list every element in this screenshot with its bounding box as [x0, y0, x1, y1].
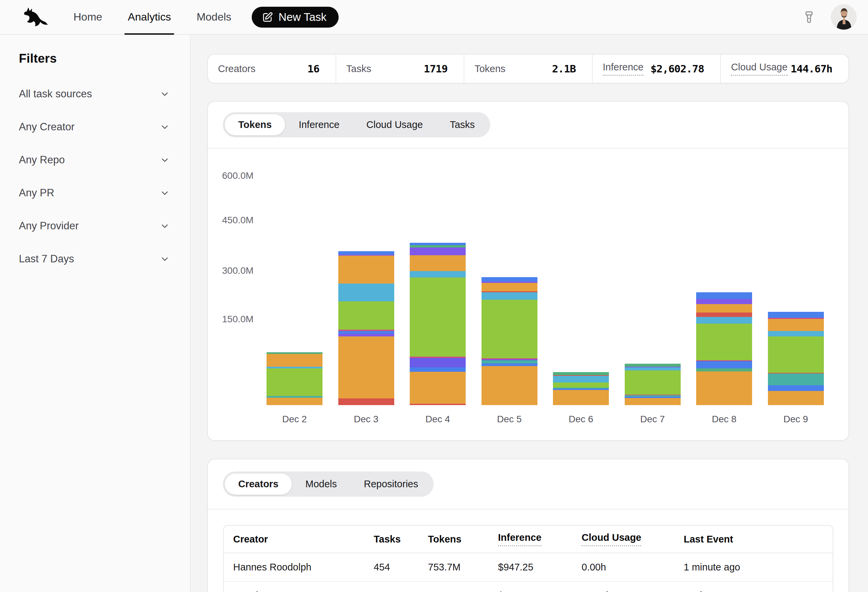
stat-label: Tokens	[474, 63, 505, 74]
bar-segment-blue[interactable]	[338, 331, 394, 334]
nav-right	[802, 4, 868, 30]
table-cell-creator: Rooviewer	[233, 590, 374, 592]
chart-tab[interactable]: Cloud Usage	[353, 114, 436, 135]
bar-segment-green[interactable]	[768, 336, 824, 373]
stat-value: $2,602.78	[650, 63, 704, 75]
bar-segment-orange[interactable]	[338, 336, 394, 398]
chevron-down-icon	[160, 221, 170, 231]
bar-dec-3[interactable]	[338, 251, 394, 405]
filter-dropdown[interactable]: Last 7 Days	[19, 250, 170, 268]
bar-dec-8[interactable]	[696, 292, 752, 405]
bar-segment-orange[interactable]	[481, 366, 537, 405]
filter-dropdown[interactable]: Any Creator	[19, 118, 170, 136]
bar-segment-orange[interactable]	[696, 371, 752, 405]
bar-segment-orange[interactable]	[625, 398, 681, 405]
bar-dec-2[interactable]	[267, 352, 322, 405]
filters-sidebar: Filters All task sources Any Creator Any…	[0, 35, 191, 592]
bar-segment-skyblue[interactable]	[481, 292, 537, 300]
flashlight-icon[interactable]	[802, 10, 816, 24]
table-row[interactable]: Hannes Roodolph454753.7M$947.250.00h1 mi…	[224, 553, 833, 581]
bar-segment-indigo[interactable]	[410, 358, 466, 367]
bar-dec-5[interactable]	[481, 277, 537, 405]
table-tab[interactable]: Models	[292, 473, 350, 495]
bar-segment-blue[interactable]	[696, 361, 752, 368]
bar-dec-7[interactable]	[625, 364, 681, 405]
stat-label[interactable]: Cloud Usage	[731, 62, 787, 76]
bar-dec-9[interactable]	[768, 312, 824, 405]
bar-dec-6[interactable]	[553, 372, 609, 405]
bar-segment-red[interactable]	[410, 404, 466, 405]
table-section: Creator Tasks Tokens Inference Cloud Usa…	[208, 510, 849, 592]
bar-segment-seagreen[interactable]	[625, 364, 681, 367]
edit-pencil-square-icon	[262, 12, 273, 23]
bar-segment-blue[interactable]	[410, 243, 466, 245]
bar-segment-red[interactable]	[696, 312, 752, 317]
x-axis-label: Dec 2	[258, 414, 331, 425]
bar-segment-teal[interactable]	[481, 360, 537, 364]
bar-segment-skyblue[interactable]	[625, 367, 681, 371]
filter-dropdown[interactable]: All task sources	[19, 85, 170, 103]
stat-cell: Tasks 1719	[336, 54, 464, 83]
bar-segment-green[interactable]	[338, 301, 394, 330]
bar-segment-seagreen[interactable]	[410, 245, 466, 247]
bar-segment-blue[interactable]	[481, 363, 537, 366]
bar-segment-blue[interactable]	[768, 385, 824, 391]
bar-dec-4[interactable]	[410, 243, 466, 405]
main-content: Creators 16 Tasks 1719 Tokens 2.1B Infer…	[191, 35, 868, 592]
bar-segment-orange[interactable]	[768, 391, 824, 405]
filter-dropdown[interactable]: Any Repo	[19, 151, 170, 169]
chart-tab[interactable]: Tokens	[225, 114, 285, 135]
bar-segment-skyblue[interactable]	[410, 271, 466, 277]
bar-segment-orange[interactable]	[481, 283, 537, 291]
chart-tab[interactable]: Tasks	[436, 114, 488, 135]
table-tab[interactable]: Creators	[225, 473, 292, 495]
bar-segment-seagreen[interactable]	[696, 368, 752, 372]
bar-segment-skyblue[interactable]	[696, 317, 752, 324]
kangaroo-logo-icon	[21, 6, 50, 29]
bar-segment-purple[interactable]	[696, 299, 752, 304]
bar-segment-purple[interactable]	[338, 334, 394, 336]
bar-segment-red[interactable]	[338, 398, 394, 405]
bar-segment-teal[interactable]	[768, 373, 824, 385]
bar-segment-blue[interactable]	[338, 251, 394, 255]
bar-segment-orange[interactable]	[553, 390, 609, 405]
nav-item[interactable]: Analytics	[115, 0, 184, 34]
bar-segment-green[interactable]	[696, 324, 752, 360]
bar-segment-orange[interactable]	[410, 372, 466, 404]
bar-segment-green[interactable]	[410, 277, 466, 356]
bar-segment-green[interactable]	[553, 383, 609, 387]
bar-segment-blue[interactable]	[481, 277, 537, 281]
table-row[interactable]: Rooviewer440544.3M$376.2875.23h3 minutes…	[224, 581, 833, 592]
stats-bar: Creators 16 Tasks 1719 Tokens 2.1B Infer…	[207, 54, 849, 84]
nav-item[interactable]: Models	[184, 0, 244, 34]
chart-tab[interactable]: Inference	[285, 114, 353, 135]
bar-segment-green[interactable]	[625, 370, 681, 395]
new-task-button[interactable]: New Task	[252, 7, 339, 28]
table-header-cell: Tasks	[374, 534, 428, 545]
bar-segment-purple[interactable]	[410, 247, 466, 255]
table-cell-cloud-usage: 0.00h	[582, 562, 684, 573]
bar-segment-blue[interactable]	[696, 292, 752, 299]
bar-segment-green[interactable]	[481, 300, 537, 358]
bar-segment-skyblue[interactable]	[338, 284, 394, 301]
bar-segment-orange[interactable]	[768, 319, 824, 331]
bar-segment-orange[interactable]	[410, 255, 466, 271]
bar-segment-seagreen[interactable]	[553, 372, 609, 375]
filter-dropdown[interactable]: Any Provider	[19, 217, 170, 235]
stat-value: 2.1B	[552, 63, 576, 75]
bar-segment-skyblue[interactable]	[768, 331, 824, 336]
bar-segment-blue[interactable]	[768, 312, 824, 318]
table-tab[interactable]: Repositories	[350, 473, 432, 495]
bar-segment-green[interactable]	[267, 368, 322, 396]
bar-segment-orange[interactable]	[696, 304, 752, 312]
bar-segment-orange[interactable]	[267, 398, 322, 405]
brand-logo[interactable]	[10, 6, 61, 29]
bar-segment-skyblue[interactable]	[553, 376, 609, 383]
avatar[interactable]	[831, 4, 856, 30]
filter-dropdown[interactable]: Any PR	[19, 184, 170, 202]
nav-item[interactable]: Home	[61, 0, 115, 34]
bar-segment-orange[interactable]	[267, 354, 322, 367]
bar-segment-orange[interactable]	[338, 256, 394, 284]
bar-segment-blue[interactable]	[410, 367, 466, 372]
stat-label[interactable]: Inference	[603, 62, 644, 76]
